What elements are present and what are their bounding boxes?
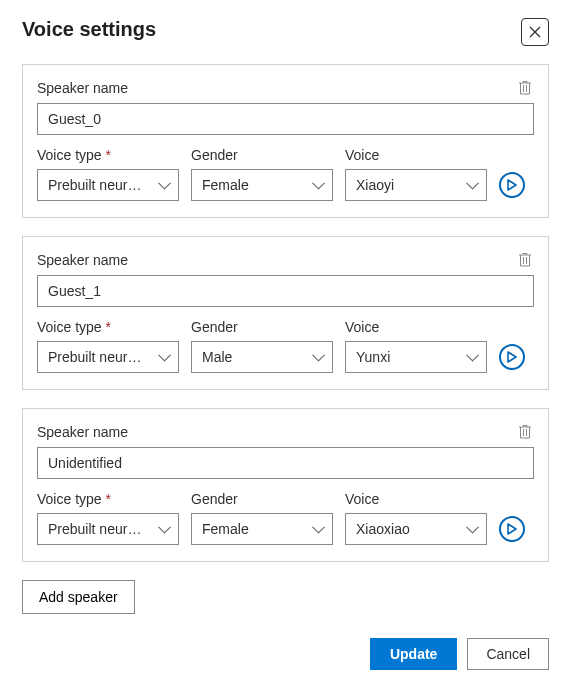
speaker-card: Speaker name Voice type * Prebuilt neura…: [22, 408, 549, 562]
trash-icon: [518, 424, 532, 440]
voice-select[interactable]: Yunxi: [345, 341, 487, 373]
voice-type-select[interactable]: Prebuilt neural ...: [37, 341, 179, 373]
play-icon: [507, 351, 517, 363]
play-icon: [507, 523, 517, 535]
cancel-button[interactable]: Cancel: [467, 638, 549, 670]
add-speaker-button[interactable]: Add speaker: [22, 580, 135, 614]
trash-icon: [518, 252, 532, 268]
voice-select[interactable]: Xiaoxiao: [345, 513, 487, 545]
close-button[interactable]: [521, 18, 549, 46]
delete-speaker-button[interactable]: [516, 423, 534, 441]
voice-type-label: Voice type *: [37, 319, 179, 335]
speaker-card: Speaker name Voice type * Prebuilt neura…: [22, 64, 549, 218]
page-title: Voice settings: [22, 18, 156, 41]
delete-speaker-button[interactable]: [516, 251, 534, 269]
speaker-name-input[interactable]: [37, 447, 534, 479]
voice-label: Voice: [345, 319, 487, 335]
gender-select[interactable]: Female: [191, 513, 333, 545]
speaker-name-label: Speaker name: [37, 424, 128, 440]
close-icon: [529, 26, 541, 38]
voice-type-select[interactable]: Prebuilt neural ...: [37, 513, 179, 545]
voice-type-label: Voice type *: [37, 491, 179, 507]
play-icon: [507, 179, 517, 191]
play-voice-button[interactable]: [499, 516, 525, 542]
update-button[interactable]: Update: [370, 638, 457, 670]
play-voice-button[interactable]: [499, 172, 525, 198]
speaker-name-label: Speaker name: [37, 252, 128, 268]
voice-select[interactable]: Xiaoyi: [345, 169, 487, 201]
voice-label: Voice: [345, 147, 487, 163]
speaker-name-label: Speaker name: [37, 80, 128, 96]
gender-select[interactable]: Male: [191, 341, 333, 373]
gender-label: Gender: [191, 147, 333, 163]
gender-label: Gender: [191, 491, 333, 507]
voice-type-select[interactable]: Prebuilt neural ...: [37, 169, 179, 201]
speaker-name-input[interactable]: [37, 275, 534, 307]
voice-type-label: Voice type *: [37, 147, 179, 163]
play-voice-button[interactable]: [499, 344, 525, 370]
speaker-card: Speaker name Voice type * Prebuilt neura…: [22, 236, 549, 390]
gender-select[interactable]: Female: [191, 169, 333, 201]
speaker-name-input[interactable]: [37, 103, 534, 135]
voice-label: Voice: [345, 491, 487, 507]
gender-label: Gender: [191, 319, 333, 335]
trash-icon: [518, 80, 532, 96]
delete-speaker-button[interactable]: [516, 79, 534, 97]
